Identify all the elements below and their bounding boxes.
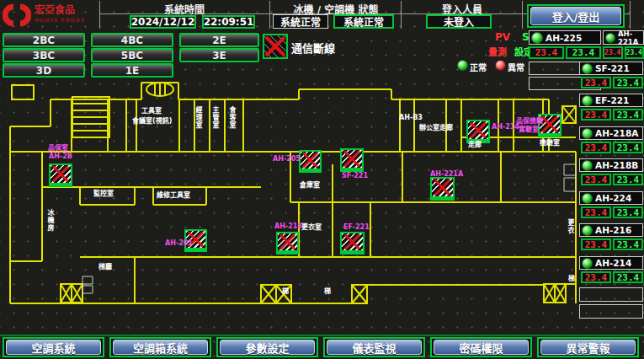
room-label: 檢驗室 [540,139,560,147]
sv-value: 23.4 [566,46,601,59]
unit-ah-225-values: 23.4 23.4 [529,46,601,59]
toolbar-button-password[interactable]: 密碼權限 [434,340,529,355]
pv-value: 23.4 [603,46,623,59]
room-label: 會議室(視訊) [132,117,172,125]
login-logout-frame: 登入/登出 [527,4,625,28]
equip-tag: 品保檢驗 [516,117,543,125]
toolbar-button-alarm[interactable]: 異常警報 [540,340,636,355]
equip-tag: EF-221 [343,223,370,231]
unit-status-led [531,32,543,44]
room-label: 倉庫室 [300,181,320,189]
ahu-comm-fail-icon[interactable] [430,177,455,201]
pv-value: 23.4 [529,46,564,59]
ahu-comm-fail-icon[interactable] [466,120,490,143]
toolbar-cell: 密碼權限 [430,337,532,357]
unit-ah-225[interactable]: AH-225 [529,30,601,45]
floor-button-1e[interactable]: 1E [91,63,173,78]
unit-sf-221[interactable]: SF-221 [579,62,643,75]
login-logout-button[interactable]: 登入/登出 [530,7,621,25]
hunya-logo: 宏亞食品 HUNYA FOODS [3,2,97,28]
header-divider [522,1,523,29]
ahu-comm-fail-icon[interactable] [276,232,299,255]
toolbar-cell: 異常警報 [537,337,639,357]
ahu-comm-fail-icon[interactable] [299,150,322,173]
toolbar-button-ahu-system[interactable]: 空調箱系統 [113,340,208,355]
hmi-screen: { "header": { "logo_title": "宏亞食品", "log… [0,0,644,359]
room-label: 工具室 [141,107,162,115]
ahu-comm-fail-icon[interactable] [49,163,72,187]
unit-name-label: SF-221 [595,63,630,73]
measure-label: 量測 [488,45,507,58]
room-label: 梯 [568,275,575,282]
room-label: 梯 [324,287,331,295]
room-label: 梯 [282,287,289,295]
system-time-label: 系統時間 [99,2,269,16]
room-label: 更衣 [567,219,574,234]
equip-tag: AH-205 [273,155,301,163]
room-label: 辦公室走廊 [419,124,453,131]
room-label: 主管室 [211,106,219,129]
room-label: 更衣室 [301,223,322,231]
comm-fail-icon [263,34,288,59]
room-label: 走廊 [468,141,482,148]
room-label: 經理室 [194,106,202,129]
floor-button-5bc[interactable]: 5BC [91,48,173,62]
logo-mark-icon [3,3,31,27]
equip-tag: AH-201 [165,239,193,247]
room-label: AH-B3 [399,114,423,121]
floor-button-3e[interactable]: 3E [179,48,259,62]
floor-button-2bc[interactable]: 2BC [3,33,85,47]
unit-name-label: AH-225 [546,33,582,43]
room-label: 監控室 [93,190,114,197]
equip-tag: AH-214 [492,123,519,131]
room-label: 梯廳 [98,263,112,271]
floor-button-3bc[interactable]: 3BC [3,48,85,62]
sv-value: 23.4 [625,46,644,59]
toolbar-button-parameters[interactable]: 參數設定 [220,340,315,355]
toolbar-cell: 空調系統 [3,337,104,357]
room-label: 維修工具室 [157,191,190,199]
equip-tag: 實驗室 [519,126,539,133]
room-label: 會客室 [228,106,236,129]
equip-tag: AH-2B [49,153,72,160]
equip-tag: 品保室 [48,144,68,152]
ahu-comm-fail-icon[interactable] [340,148,364,172]
toolbar-cell: 參數設定 [216,337,318,357]
header-bar: 宏亞食品 HUNYA FOODS 系統時間 2024/12/12 22:09:5… [0,0,644,30]
toolbar-cell: 空調箱系統 [109,337,211,357]
unit-status-led [582,63,593,74]
ahu-status-value: 系統正常 [333,14,394,29]
abnormal-label: 異常 [508,61,524,73]
header-divider [630,1,631,29]
ahu-comm-fail-icon[interactable] [340,232,365,255]
toolbar-button-ac-system[interactable]: 空調系統 [6,340,101,355]
room-label: 冰機房 [46,209,54,232]
comm-fail-label: 通信斷線 [291,40,335,56]
header-divider [269,1,270,29]
floor-button-4bc[interactable]: 4BC [91,33,173,47]
pv-label: PV [495,31,510,43]
logo-subtitle: HUNYA FOODS [35,15,85,24]
equip-tag: AH-221A [430,170,463,178]
chiller-status-value: 系統正常 [273,14,328,29]
system-date-value: 2024/12/12 [130,15,196,29]
normal-label: 正常 [470,61,487,73]
toolbar-cell: 儀表監視 [323,337,425,357]
system-clock-value: 22:09:51 [202,15,255,29]
floor-button-2e[interactable]: 2E [179,33,259,47]
equip-tag: AH-218 [274,222,302,230]
unit-status-led [605,33,615,43]
unit-ah-221a-values: 23.4 23.4 [603,46,644,59]
floor-button-3d[interactable]: 3D [3,63,85,78]
unit-name-label: AH-221A [618,29,643,46]
toolbar-topline [0,335,644,336]
login-status-value: 未登入 [426,14,492,29]
header-divider [401,1,402,29]
normal-lamp-icon [457,60,468,71]
abnormal-lamp-icon [495,60,506,71]
logo-title: 宏亞食品 [35,6,85,15]
toolbar-button-meters[interactable]: 儀表監視 [327,340,422,355]
unit-ah-221a[interactable]: AH-221A [603,30,644,45]
equip-tag: SF-221 [342,172,368,180]
